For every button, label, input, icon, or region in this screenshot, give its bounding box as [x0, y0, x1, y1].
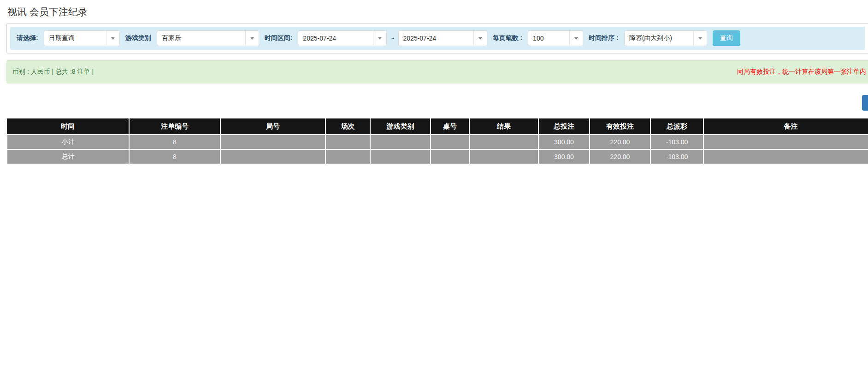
- footer-valid-bet: 220.00: [590, 149, 650, 164]
- footer-label: 小计: [7, 135, 129, 149]
- chevron-down-icon[interactable]: [473, 31, 487, 46]
- sort-order-label: 时间排序 :: [589, 34, 619, 42]
- footer-empty: [220, 149, 325, 164]
- page-title: 视讯 会员下注纪录: [7, 6, 868, 18]
- chevron-down-icon[interactable]: [106, 31, 119, 46]
- page-size-value: 100: [528, 31, 569, 46]
- range-separator: ~: [390, 35, 394, 42]
- column-header-0: 时间: [7, 118, 129, 135]
- footer-empty: [431, 135, 469, 149]
- footer-empty: [370, 149, 431, 164]
- page-size-label: 每页笔数 :: [493, 34, 523, 42]
- column-header-1: 注单编号: [129, 118, 220, 135]
- date-to-value: 2025-07-24: [399, 31, 473, 46]
- column-header-4: 游戏类别: [370, 118, 431, 135]
- footer-empty: [469, 135, 538, 149]
- chevron-down-icon[interactable]: [693, 31, 707, 46]
- footer-count: 8: [129, 149, 220, 164]
- date-from-select[interactable]: 2025-07-24: [298, 30, 387, 46]
- footer-empty: [469, 149, 538, 164]
- footer-payout: -103.00: [650, 135, 703, 149]
- footer-total-bet: 300.00: [538, 149, 590, 164]
- footer-payout: -103.00: [650, 149, 703, 164]
- game-type-select[interactable]: 百家乐: [157, 30, 259, 46]
- sort-order-value: 降幂(由大到小): [625, 31, 693, 46]
- summary-notice: 同局有效投注，统一计算在该局第一张注单内: [737, 68, 866, 76]
- footer-empty: [370, 135, 431, 149]
- chevron-down-icon[interactable]: [569, 31, 583, 46]
- column-header-9: 总派彩: [650, 118, 703, 135]
- footer-count: 8: [129, 135, 220, 149]
- footer-empty: [703, 149, 868, 164]
- grand-total-row: 总计8300.00220.00-103.00: [7, 149, 868, 164]
- table-header: 时间注单编号局号场次游戏类别桌号结果总投注有效投注总派彩备注: [7, 118, 868, 135]
- date-from-value: 2025-07-24: [298, 31, 373, 46]
- search-button[interactable]: 查询: [713, 30, 740, 46]
- footer-empty: [325, 149, 370, 164]
- query-type-label: 请选择:: [17, 34, 38, 42]
- footer-valid-bet: 220.00: [590, 135, 650, 149]
- column-header-2: 局号: [220, 118, 325, 135]
- footer-empty: [703, 135, 868, 149]
- column-header-5: 桌号: [431, 118, 469, 135]
- column-header-6: 结果: [469, 118, 538, 135]
- summary-currency-count: 币别 : 人民币 | 总共 :8 注单 |: [12, 68, 94, 76]
- game-type-label: 游戏类别: [125, 34, 151, 42]
- column-header-7: 总投注: [538, 118, 590, 135]
- export-button-partial[interactable]: [862, 95, 868, 111]
- chevron-down-icon[interactable]: [373, 31, 386, 46]
- footer-label: 总计: [7, 149, 129, 164]
- filter-panel: 请选择: 日期查询 游戏类别 百家乐 时间区间: 2025-07-24 ~ 20…: [6, 23, 868, 53]
- footer-empty: [325, 135, 370, 149]
- sort-order-select[interactable]: 降幂(由大到小): [624, 30, 707, 46]
- summary-bar: 币别 : 人民币 | 总共 :8 注单 | 同局有效投注，统一计算在该局第一张注…: [6, 60, 868, 83]
- footer-total-bet: 300.00: [538, 135, 590, 149]
- filter-bar: 请选择: 日期查询 游戏类别 百家乐 时间区间: 2025-07-24 ~ 20…: [10, 27, 865, 50]
- column-header-8: 有效投注: [590, 118, 650, 135]
- footer-empty: [431, 149, 469, 164]
- game-type-value: 百家乐: [157, 31, 245, 46]
- subtotal-row: 小计8300.00220.00-103.00: [7, 135, 868, 149]
- column-header-3: 场次: [325, 118, 370, 135]
- records-table: 时间注单编号局号场次游戏类别桌号结果总投注有效投注总派彩备注 小计8300.00…: [6, 118, 868, 165]
- date-to-select[interactable]: 2025-07-24: [398, 30, 487, 46]
- query-type-value: 日期查询: [44, 31, 106, 46]
- page-size-select[interactable]: 100: [528, 30, 583, 46]
- query-type-select[interactable]: 日期查询: [44, 30, 120, 46]
- chevron-down-icon[interactable]: [245, 31, 259, 46]
- footer-empty: [220, 135, 325, 149]
- table-footer: 小计8300.00220.00-103.00总计8300.00220.00-10…: [7, 135, 868, 164]
- column-header-10: 备注: [703, 118, 868, 135]
- time-range-label: 时间区间:: [265, 34, 293, 42]
